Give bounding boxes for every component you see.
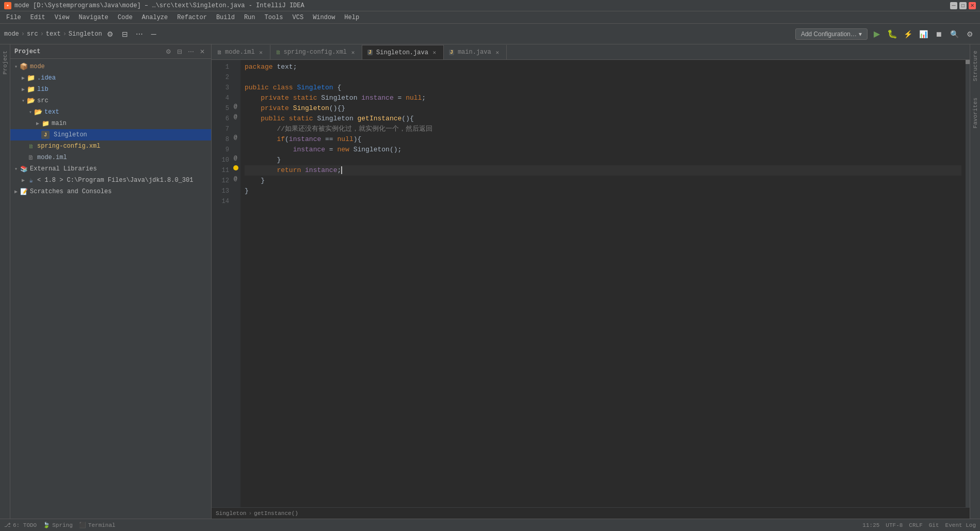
status-bar: ⎇ 6: TODO 🍃 Spring ⬛ Terminal 11:25 UTF-… (0, 519, 980, 531)
editor-area: 1 2 3 4 5 6 7 8 9 10 11 12 13 14 @ @ (212, 60, 970, 507)
settings2-button[interactable]: ⚙ (963, 28, 976, 40)
menu-window[interactable]: Window (309, 13, 339, 22)
tab-spring-config[interactable]: 🗎 spring-config.xml ✕ (270, 45, 362, 59)
breadcrumb-mode[interactable]: mode (4, 30, 19, 38)
tree-item-mode[interactable]: ▾ 📦 mode (10, 61, 211, 72)
structure-tab-button[interactable]: Structure (971, 49, 979, 83)
menu-build[interactable]: Build (212, 13, 239, 22)
collapse-button[interactable]: ─ (148, 28, 160, 40)
tab-mode-iml[interactable]: 🗎 mode.iml ✕ (212, 45, 270, 59)
breadcrumb-editor-arrow: › (248, 510, 252, 517)
run-with-coverage-button[interactable]: ⚡ (902, 28, 914, 40)
error-stripe (966, 60, 970, 507)
tree-label-lib: lib (37, 86, 49, 93)
toolbar-left: mode › src › text › Singleton ⚙ ⊟ ⋯ ─ (4, 28, 160, 40)
spring-xml-icon: 🗎 (27, 142, 35, 150)
code-line-13: } (245, 186, 961, 196)
menu-navigate[interactable]: Navigate (74, 13, 113, 22)
tab-main-java[interactable]: J main.java ✕ (444, 45, 507, 59)
settings-button[interactable]: ⚙ (104, 28, 117, 40)
profile-button[interactable]: 📊 (917, 28, 929, 40)
event-log-button[interactable]: Event Log (945, 522, 976, 528)
terminal-icon: ⬛ (79, 522, 86, 528)
breadcrumb-sep3: › (63, 30, 67, 38)
tree-item-idea[interactable]: ▶ 📁 .idea (10, 72, 211, 84)
tree-item-external-libs[interactable]: ▾ 📚 External Libraries (10, 163, 211, 175)
tree-item-lib[interactable]: ▶ 📁 lib (10, 84, 211, 95)
status-position[interactable]: 11:25 (862, 522, 879, 528)
minimize-button[interactable]: ─ (950, 2, 957, 9)
tab-close-mode-iml[interactable]: ✕ (258, 49, 265, 56)
stop-button[interactable]: ⏹ (933, 28, 945, 40)
tree-item-main[interactable]: ▶ 📁 main (10, 118, 211, 129)
status-line-separator[interactable]: CRLF (909, 522, 922, 528)
tree-item-mode-iml[interactable]: ▶ 🗎 mode.iml (10, 152, 211, 163)
menu-run[interactable]: Run (240, 13, 260, 22)
tab-close-spring[interactable]: ✕ (349, 49, 357, 56)
status-indent[interactable]: Git (929, 522, 939, 528)
tree-item-singleton[interactable]: ▶ J Singleton (10, 129, 211, 140)
menu-analyze[interactable]: Analyze (138, 13, 172, 22)
breadcrumb-singleton-class[interactable]: Singleton (216, 510, 246, 517)
tab-close-singleton[interactable]: ✕ (431, 49, 438, 56)
add-configuration-button[interactable]: Add Configuration… ▾ (795, 28, 867, 40)
status-spring[interactable]: 🍃 Spring (43, 522, 73, 528)
project-tree: ▾ 📦 mode ▶ 📁 .idea ▶ 📁 lib ▾ (10, 59, 211, 519)
text-folder-icon: 📂 (34, 108, 42, 116)
project-settings-icon[interactable]: ⚙ (164, 47, 173, 56)
layout-button[interactable]: ⊟ (119, 28, 131, 40)
tree-item-spring-config[interactable]: ▶ 🗎 spring-config.xml (10, 140, 211, 152)
project-options-icon[interactable]: ⋯ (186, 47, 196, 56)
favorites-tab-button[interactable]: Favorites (971, 96, 979, 130)
tree-label-scratches: Scratches and Consoles (30, 188, 111, 195)
project-tab-button[interactable]: Project (1, 49, 9, 76)
run-button[interactable]: ▶ (871, 28, 883, 40)
tab-close-main[interactable]: ✕ (494, 49, 501, 56)
project-close-icon[interactable]: ✕ (198, 47, 207, 56)
gutter-annotation-line5: @ (234, 103, 237, 110)
breadcrumb-sep2: › (40, 30, 44, 38)
status-git-icon[interactable]: ⎇ 6: TODO (4, 522, 37, 528)
window-controls: ─ □ ✕ (950, 2, 976, 9)
breadcrumb-singleton[interactable]: Singleton (69, 30, 102, 38)
menu-help[interactable]: Help (340, 13, 363, 22)
tree-label-src: src (37, 97, 49, 104)
tab-java-icon-main: J (449, 50, 454, 55)
tree-arrow-lib: ▶ (20, 86, 27, 93)
status-terminal[interactable]: ⬛ Terminal (79, 522, 116, 528)
tree-label-ext-libs: External Libraries (30, 165, 97, 173)
menu-file[interactable]: File (2, 13, 25, 22)
breadcrumb-text[interactable]: text (46, 30, 61, 38)
status-encoding[interactable]: UTF-8 (886, 522, 903, 528)
tab-bar: 🗎 mode.iml ✕ 🗎 spring-config.xml ✕ J Sin… (212, 44, 970, 60)
right-tool-buttons: Structure Favorites (970, 44, 980, 519)
code-line-6: public static Singleton getInstance(){ (245, 114, 961, 124)
maximize-button[interactable]: □ (959, 2, 967, 9)
more-button[interactable]: ⋯ (133, 28, 146, 40)
breadcrumb-src[interactable]: src (27, 30, 38, 38)
menu-vcs[interactable]: VCS (288, 13, 308, 22)
menu-refactor[interactable]: Refactor (173, 13, 211, 22)
menu-edit[interactable]: Edit (26, 13, 50, 22)
title-bar: ✦ mode [D:\Systemprograms\Java\mode] – …… (0, 0, 980, 11)
project-expand-icon[interactable]: ⊟ (175, 47, 184, 56)
menu-view[interactable]: View (51, 13, 74, 22)
breadcrumb-getinstance-method[interactable]: getInstance() (254, 510, 298, 517)
project-panel: Project ⚙ ⊟ ⋯ ✕ ▾ 📦 mode ▶ 📁 .idea (10, 44, 212, 519)
menu-code[interactable]: Code (114, 13, 137, 22)
menu-tools[interactable]: Tools (261, 13, 287, 22)
tree-item-scratches[interactable]: ▶ 📝 Scratches and Consoles (10, 186, 211, 197)
code-line-5: private Singleton(){} (245, 103, 961, 114)
gutter-bulb-line11[interactable] (233, 165, 238, 170)
tree-item-src[interactable]: ▾ 📂 src (10, 95, 211, 106)
tree-item-text[interactable]: ▾ 📂 text (10, 106, 211, 118)
search-everywhere-button[interactable]: 🔍 (948, 28, 960, 40)
debug-button[interactable]: 🐛 (886, 28, 898, 40)
code-line-12: } (245, 176, 961, 186)
line-numbers: 1 2 3 4 5 6 7 8 9 10 11 12 13 14 (212, 60, 232, 507)
close-button[interactable]: ✕ (969, 2, 976, 9)
tab-singleton-java[interactable]: J Singleton.java ✕ (362, 45, 444, 59)
code-editor[interactable]: package text; public class Singleton { p… (240, 60, 966, 507)
gutter-annotation-line12: @ (234, 176, 237, 182)
tree-item-jdk[interactable]: ▶ ☕ < 1.8 > C:\Program Files\Java\jdk1.8… (10, 175, 211, 186)
